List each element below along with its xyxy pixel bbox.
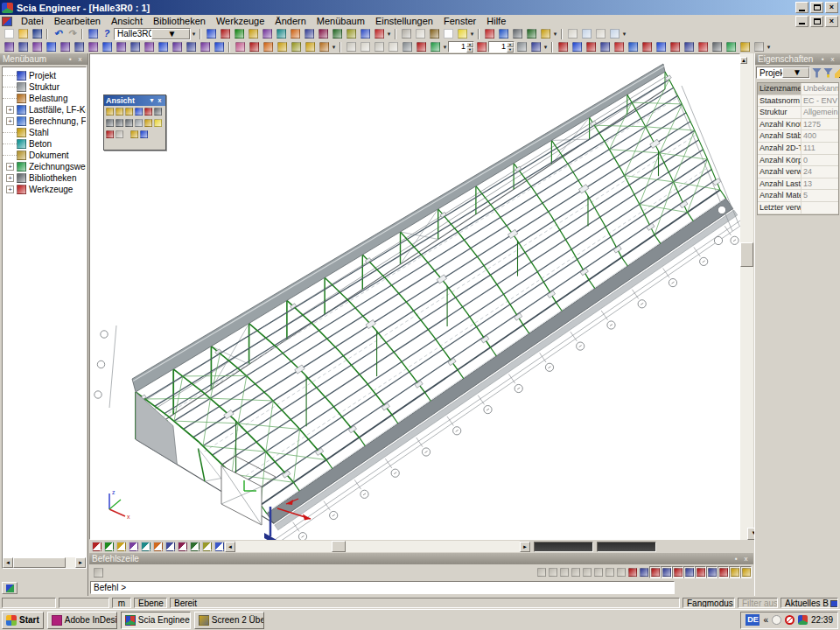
status-current-layer[interactable]: Aktuelles B: [780, 598, 838, 608]
activity-tool-2-icon[interactable]: [289, 41, 303, 53]
snap-mode-4-icon[interactable]: [570, 566, 581, 578]
expand-icon[interactable]: +: [6, 106, 14, 114]
view-page-4-icon[interactable]: [128, 541, 139, 552]
property-row[interactable]: Anzahl Lastfäll...13: [758, 178, 838, 191]
close-icon[interactable]: x: [156, 97, 164, 105]
chevron-down-icon[interactable]: ▼: [148, 97, 156, 105]
view-page-1-icon[interactable]: [91, 541, 102, 552]
selection-tool-9-icon[interactable]: [114, 41, 128, 53]
menu-bibliotheken[interactable]: Bibliotheken: [148, 16, 211, 26]
view-tool-13-icon[interactable]: [105, 129, 115, 140]
menubaum-tab[interactable]: [2, 582, 18, 594]
dropdown-icon[interactable]: ▾: [552, 29, 558, 39]
close-button[interactable]: ×: [825, 2, 838, 13]
selection-tool-11-icon[interactable]: [142, 41, 156, 53]
document-icon[interactable]: [441, 28, 455, 40]
selection-tool-8-icon[interactable]: [100, 41, 114, 53]
result-tool-2-icon[interactable]: [570, 41, 584, 53]
expand-icon[interactable]: +: [6, 163, 14, 171]
activity-tool-1-icon[interactable]: [275, 41, 289, 53]
sidebar-item-document[interactable]: Dokument: [3, 150, 86, 161]
view-tool-16-icon[interactable]: [139, 129, 149, 140]
result-tool-6-icon[interactable]: [626, 41, 640, 53]
expand-icon[interactable]: +: [6, 117, 14, 125]
view-tool-7-icon[interactable]: [105, 117, 115, 129]
sidebar-item-steel[interactable]: Stahl: [3, 127, 86, 138]
edit-pencil-icon[interactable]: [835, 68, 840, 78]
layer-tool-1-icon[interactable]: [514, 41, 528, 53]
selection-tool-3-icon[interactable]: [30, 41, 44, 53]
window-copy-icon[interactable]: [86, 28, 100, 40]
scale-spinner-2[interactable]: 1▲▼: [488, 41, 514, 52]
sidebar-item-structure[interactable]: Struktur: [3, 81, 86, 93]
snap-mode-12-icon[interactable]: [661, 566, 672, 578]
selection-tool-16-icon[interactable]: [212, 41, 226, 53]
model-viewport[interactable]: zx Ansicht ▼ x: [89, 53, 740, 540]
sidebar-item-load[interactable]: Belastung: [3, 93, 86, 104]
view-tool-5-icon[interactable]: [144, 106, 153, 117]
view-layout-4-icon[interactable]: [607, 28, 621, 40]
view-tool-11-icon[interactable]: [144, 117, 153, 129]
command-history-icon[interactable]: [91, 566, 105, 578]
modify-tool-3-icon[interactable]: [261, 41, 275, 53]
document-book-icon[interactable]: [427, 28, 441, 40]
property-row[interactable]: Anzahl verwen...24: [758, 166, 838, 178]
menu-ansicht[interactable]: Ansicht: [106, 16, 148, 26]
misc-tool-1-icon[interactable]: [400, 41, 414, 53]
scroll-right-icon[interactable]: ►: [75, 557, 86, 568]
selection-tool-2-icon[interactable]: [16, 41, 30, 53]
axis-tool-1-icon[interactable]: [474, 41, 488, 53]
project-tool-5-icon[interactable]: [260, 28, 274, 40]
child-minimize-button[interactable]: [795, 16, 808, 27]
selection-tool-7-icon[interactable]: [86, 41, 100, 53]
view-page-8-icon[interactable]: [177, 541, 188, 552]
filter-edit-icon[interactable]: [823, 68, 833, 78]
project-tool-1-icon[interactable]: [204, 28, 218, 40]
window-tool-4-icon[interactable]: [386, 41, 400, 53]
selection-tool-15-icon[interactable]: [198, 41, 212, 53]
scroll-right-icon[interactable]: ►: [520, 542, 530, 552]
project-tool-9-icon[interactable]: [316, 28, 330, 40]
snap-mode-13-icon[interactable]: [672, 566, 683, 578]
result-tool-9-icon[interactable]: [668, 41, 682, 53]
view-page-3-icon[interactable]: [116, 541, 127, 552]
document-window-icon[interactable]: [2, 17, 12, 26]
sidebar-item-tools[interactable]: +Werkzeuge: [3, 184, 86, 195]
color-tool-1-icon[interactable]: [428, 41, 442, 53]
print-icon[interactable]: [399, 28, 413, 40]
menu-bearbeiten[interactable]: Bearbeiten: [49, 16, 106, 26]
view-layout-2-icon[interactable]: [579, 28, 593, 40]
view-tool-1-icon[interactable]: [105, 106, 115, 117]
tray-blocked-icon[interactable]: [785, 615, 794, 625]
result-tool-8-icon[interactable]: [654, 41, 668, 53]
view-tool-3-icon[interactable]: [124, 106, 134, 117]
sidebar-item-drawing-tools[interactable]: +Zeichnungswerkzeuge: [3, 161, 86, 172]
property-row[interactable]: Anzahl Knoten:1275: [758, 119, 838, 131]
snap-mode-2-icon[interactable]: [547, 566, 558, 578]
output-tool-4-icon[interactable]: [752, 41, 766, 53]
modify-tool-2-icon[interactable]: [247, 41, 261, 53]
view-tool-12-icon[interactable]: [153, 117, 163, 129]
project-tool-8-icon[interactable]: [302, 28, 316, 40]
view-page-5-icon[interactable]: [140, 541, 151, 552]
view-tool-6-icon[interactable]: [153, 106, 163, 117]
snap-mode-19-icon[interactable]: [740, 566, 752, 578]
snap-mode-10-icon[interactable]: [638, 566, 649, 578]
misc-tool-2-icon[interactable]: [414, 41, 428, 53]
project-tool-6-icon[interactable]: [274, 28, 288, 40]
help-icon[interactable]: ?: [100, 28, 114, 40]
result-tool-11-icon[interactable]: [696, 41, 710, 53]
project-tool-2-icon[interactable]: [218, 28, 232, 40]
dropdown-icon[interactable]: ▾: [469, 29, 475, 39]
snap-mode-8-icon[interactable]: [615, 566, 626, 578]
layer-tool-2-icon[interactable]: [528, 41, 542, 53]
status-unit[interactable]: m: [112, 598, 131, 608]
view-page-2-icon[interactable]: [103, 541, 115, 552]
result-tool-7-icon[interactable]: [640, 41, 654, 53]
project-tool-10-icon[interactable]: [330, 28, 344, 40]
output-tool-1-icon[interactable]: [710, 41, 724, 53]
snap-mode-5-icon[interactable]: [581, 566, 592, 578]
task-indesign[interactable]: Adobe InDesign C...: [47, 612, 117, 629]
snap-mode-17-icon[interactable]: [718, 566, 729, 578]
result-tool-10-icon[interactable]: [682, 41, 696, 53]
